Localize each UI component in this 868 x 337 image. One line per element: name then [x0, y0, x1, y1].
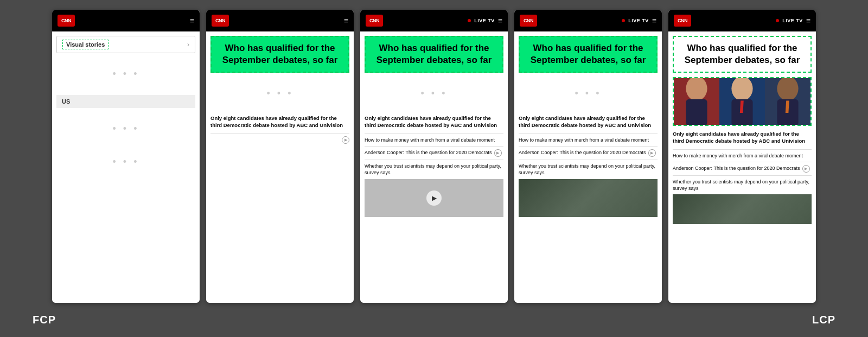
dots-panel4: • • •: [514, 77, 662, 110]
main-article-3: Only eight candidates have already quali…: [365, 115, 503, 129]
main-article-2: Only eight candidates have already quali…: [210, 115, 349, 129]
divider-3a: [365, 133, 503, 134]
header-right-2: ≡: [344, 16, 348, 25]
video-thumb-3: ▶: [365, 179, 503, 217]
sub-article-3-3[interactable]: Whether you trust scientists may depend …: [365, 163, 503, 176]
dots-panel2: • • •: [206, 77, 354, 110]
hamburger-icon-3[interactable]: ≡: [498, 16, 502, 25]
sub-article-3-2-text: Anderson Cooper: This is the question fo…: [365, 150, 492, 155]
debate-img-kamala: [674, 78, 719, 125]
panel-4: CNN LIVE TV ≡ Who has qualified for the …: [514, 10, 662, 303]
play-row-2: ▶: [210, 133, 349, 144]
live-tv-text-3: LIVE TV: [474, 18, 495, 23]
chevron-right-icon: ›: [187, 41, 189, 48]
panel-fcp: CNN ≡ Visual stories › • • • US • • • • …: [52, 10, 200, 303]
cnn-logo-2: CNN: [212, 15, 229, 27]
divider-4b: [519, 146, 658, 147]
sub-article-4-2[interactable]: Anderson Cooper: This is the question fo…: [519, 149, 658, 157]
sub-article-5-2[interactable]: Anderson Cooper: This is the question fo…: [673, 165, 812, 173]
headline-text-2: Who has qualified for the September deba…: [222, 43, 338, 65]
cnn-header-3: CNN LIVE TV ≡: [360, 10, 508, 31]
sub-article-4-1[interactable]: How to make money with merch from a vira…: [519, 137, 658, 143]
dots-1: • • •: [52, 58, 200, 91]
sub-article-5-1[interactable]: How to make money with merch from a vira…: [673, 152, 812, 159]
sub-article-5-2-text: Anderson Cooper: This is the question fo…: [673, 166, 800, 171]
hamburger-icon-2[interactable]: ≡: [344, 16, 348, 25]
dots-3: • • •: [52, 145, 200, 179]
article-body-4: Only eight candidates have already quali…: [514, 115, 662, 217]
visual-stories-bar[interactable]: Visual stories ›: [56, 36, 195, 53]
cnn-header-2: CNN ≡: [206, 10, 354, 31]
header-right-4: LIVE TV ≡: [622, 16, 656, 25]
article-body-2: Only eight candidates have already quali…: [206, 115, 354, 144]
sub-article-5-3[interactable]: Whether you trust scientists may depend …: [673, 179, 812, 192]
header-right-1: ≡: [190, 16, 194, 25]
hamburger-icon-5[interactable]: ≡: [806, 16, 810, 25]
live-dot-4: [622, 19, 625, 22]
headline-box-5: Who has qualified for the September deba…: [673, 36, 812, 73]
panel-2: CNN ≡ Who has qualified for the Septembe…: [206, 10, 354, 303]
outdoor-image-4: [519, 179, 658, 217]
panel-lcp: CNN LIVE TV ≡ Who has qualified for the …: [668, 10, 816, 303]
header-right-5: LIVE TV ≡: [776, 16, 810, 25]
fcp-label: FCP: [33, 314, 56, 326]
hamburger-icon-1[interactable]: ≡: [190, 16, 194, 25]
cnn-logo-1: CNN: [58, 15, 75, 27]
main-article-5: Only eight candidates have already quali…: [673, 130, 812, 145]
outdoor-image-5: [673, 194, 812, 224]
hamburger-icon-4[interactable]: ≡: [652, 16, 656, 25]
svg-rect-2: [686, 99, 707, 125]
play-icon-3[interactable]: ▶: [494, 149, 502, 157]
divider-4a: [519, 133, 658, 134]
cnn-logo-3: CNN: [366, 15, 383, 27]
play-icon-4[interactable]: ▶: [648, 149, 656, 157]
debate-img-biden: [719, 78, 765, 125]
headline-text-5: Who has qualified for the September deba…: [685, 43, 800, 65]
visual-stories-label: Visual stories: [62, 40, 108, 49]
headline-box-3: Who has qualified for the September deba…: [365, 36, 503, 73]
live-tv-text-5: LIVE TV: [782, 18, 803, 23]
header-right-3: LIVE TV ≡: [468, 16, 502, 25]
live-tv-text-4: LIVE TV: [628, 18, 649, 23]
sub-article-3-2[interactable]: Anderson Cooper: This is the question fo…: [365, 149, 503, 157]
divider-3c: [365, 160, 503, 160]
debate-image-strip: [673, 77, 812, 126]
divider-5c: [673, 175, 812, 176]
divider-3b: [365, 146, 503, 147]
cnn-logo-5: CNN: [674, 15, 691, 27]
cnn-logo-4: CNN: [520, 15, 537, 27]
live-dot-3: [468, 19, 471, 22]
article-body-5: Only eight candidates have already quali…: [668, 130, 816, 224]
headline-box-2: Who has qualified for the September deba…: [210, 36, 349, 73]
lcp-label: LCP: [812, 314, 835, 326]
cnn-header-5: CNN LIVE TV ≡: [668, 10, 816, 31]
screenshots-row: CNN ≡ Visual stories › • • • US • • • • …: [0, 0, 868, 303]
dots-panel3: • • •: [360, 77, 508, 110]
debate-img-booker: [765, 78, 810, 125]
divider-4c: [519, 160, 658, 160]
labels-row: FCP LCP: [0, 307, 868, 326]
sub-article-4-2-text: Anderson Cooper: This is the question fo…: [519, 150, 646, 155]
divider-5a: [673, 149, 812, 150]
play-icon-2[interactable]: ▶: [342, 136, 349, 144]
cnn-header-4: CNN LIVE TV ≡: [514, 10, 662, 31]
headline-text-4: Who has qualified for the September deba…: [531, 43, 646, 65]
cnn-header-1: CNN ≡: [52, 10, 200, 31]
play-icon-5[interactable]: ▶: [802, 165, 810, 173]
us-section-bar: US: [56, 95, 195, 108]
panel-3: CNN LIVE TV ≡ Who has qualified for the …: [360, 10, 508, 303]
dots-2: • • •: [52, 112, 200, 145]
headline-text-3: Who has qualified for the September deba…: [376, 43, 492, 65]
article-body-3: Only eight candidates have already quali…: [360, 115, 508, 217]
divider-5b: [673, 162, 812, 162]
main-article-4: Only eight candidates have already quali…: [519, 115, 658, 129]
sub-article-3-1[interactable]: How to make money with merch from a vira…: [365, 137, 503, 143]
live-dot-5: [776, 19, 779, 22]
video-play-btn-3[interactable]: ▶: [426, 190, 442, 206]
headline-box-4: Who has qualified for the September deba…: [519, 36, 658, 73]
sub-article-4-3[interactable]: Whether you trust scientists may depend …: [519, 163, 658, 176]
